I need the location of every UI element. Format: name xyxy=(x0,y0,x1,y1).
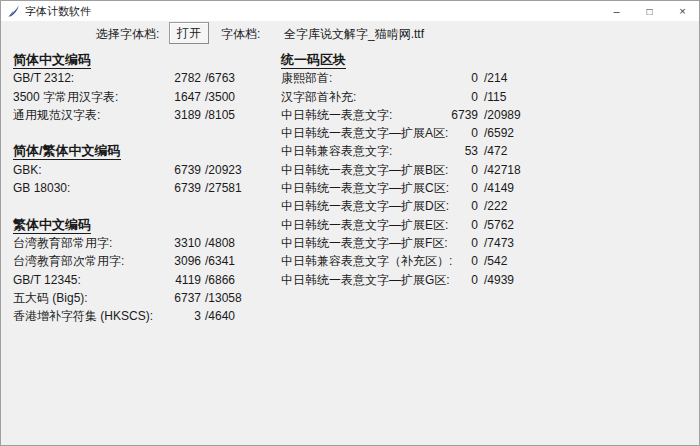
stat-total: /6341 xyxy=(205,252,235,270)
stat-count: 0 xyxy=(416,197,478,215)
stat-total: /214 xyxy=(484,69,507,87)
section-gap xyxy=(13,124,275,142)
minimize-icon[interactable]: – xyxy=(600,1,633,21)
section-gap xyxy=(13,197,275,215)
stat-row: GB/T 12345:4119/6866 xyxy=(13,271,275,289)
stat-row: 中日韩统一表意文字—扩展D区:0/222 xyxy=(281,197,531,215)
stat-row: GB/T 2312:2782/6763 xyxy=(13,69,275,87)
stat-total: /42718 xyxy=(484,161,521,179)
app-window: 字体计数软件 – □ × 选择字体档: 打开 字体档: 全字库说文解字_猫啃网.… xyxy=(0,0,700,446)
section-title-text: 统一码区块 xyxy=(281,52,346,69)
stat-count: 3189 xyxy=(139,106,201,124)
stat-count: 2782 xyxy=(139,69,201,87)
stat-label: 中日韩统一表意文字: xyxy=(281,108,392,122)
maximize-icon[interactable]: □ xyxy=(633,1,666,21)
section-title-text: 简体中文编码 xyxy=(13,52,91,69)
stat-row: 台湾教育部常用字:3310/4808 xyxy=(13,234,275,252)
stat-row: 香港增补字符集 (HKSCS):3/4640 xyxy=(13,307,275,325)
stat-row: 康熙部首:0/214 xyxy=(281,69,531,87)
stat-count: 6739 xyxy=(416,106,478,124)
stat-row: 五大码 (Big5):6737/13058 xyxy=(13,289,275,307)
stat-row: 3500 字常用汉字表:1647/3500 xyxy=(13,88,275,106)
tk-feather-icon xyxy=(7,5,20,18)
stat-total: /13058 xyxy=(205,289,242,307)
section-title: 统一码区块 xyxy=(281,51,531,69)
stat-count: 0 xyxy=(416,69,478,87)
font-file-label: 字体档: xyxy=(221,26,260,43)
stat-row: 台湾教育部次常用字:3096/6341 xyxy=(13,252,275,270)
open-button[interactable]: 打开 xyxy=(169,22,209,44)
section-title-text: 简体/繁体中文编码 xyxy=(13,143,121,160)
left-stats-column: 简体中文编码GB/T 2312:2782/67633500 字常用汉字表:164… xyxy=(13,51,275,325)
stat-total: /6866 xyxy=(205,271,235,289)
stat-total: /20989 xyxy=(484,106,521,124)
stat-total: /4149 xyxy=(484,179,514,197)
section-title: 简体/繁体中文编码 xyxy=(13,142,275,160)
stat-count: 53 xyxy=(416,142,478,160)
close-icon[interactable]: × xyxy=(666,1,699,21)
section-title: 繁体中文编码 xyxy=(13,216,275,234)
stat-label: GB 18030: xyxy=(13,181,70,195)
stat-label: 3500 字常用汉字表: xyxy=(13,90,118,104)
stat-count: 6737 xyxy=(139,289,201,307)
stat-count: 4119 xyxy=(139,271,201,289)
stat-label: GBK: xyxy=(13,163,42,177)
stat-label: 康熙部首: xyxy=(281,71,332,85)
stat-row: 中日韩统一表意文字—扩展C区:0/4149 xyxy=(281,179,531,197)
stat-count: 0 xyxy=(416,216,478,234)
section-title: 简体中文编码 xyxy=(13,51,275,69)
stat-row: 通用规范汉字表:3189/8105 xyxy=(13,106,275,124)
stat-count: 3310 xyxy=(139,234,201,252)
stat-total: /3500 xyxy=(205,88,235,106)
stat-row: 中日韩统一表意文字—扩展B区:0/42718 xyxy=(281,161,531,179)
stat-count: 6739 xyxy=(139,161,201,179)
stat-count: 6739 xyxy=(139,179,201,197)
font-file-name: 全字库说文解字_猫啃网.ttf xyxy=(284,26,424,43)
stat-count: 1647 xyxy=(139,88,201,106)
stat-count: 0 xyxy=(416,234,478,252)
stat-total: /8105 xyxy=(205,106,235,124)
stat-total: /4939 xyxy=(484,271,514,289)
title-bar[interactable]: 字体计数软件 – □ × xyxy=(1,1,699,21)
stat-row: 中日韩统一表意文字—扩展A区:0/6592 xyxy=(281,124,531,142)
stat-total: /6592 xyxy=(484,124,514,142)
stat-label: 香港增补字符集 (HKSCS): xyxy=(13,309,153,323)
stat-total: /6763 xyxy=(205,69,235,87)
stat-total: /20923 xyxy=(205,161,242,179)
stat-label: 中日韩兼容表意文字: xyxy=(281,144,392,158)
stat-label: GB/T 2312: xyxy=(13,71,74,85)
stat-row: 中日韩统一表意文字—扩展G区:0/4939 xyxy=(281,271,531,289)
stat-row: 中日韩兼容表意文字（补充区）:0/542 xyxy=(281,252,531,270)
stat-total: /5762 xyxy=(484,216,514,234)
select-font-file-label: 选择字体档: xyxy=(96,26,159,43)
stat-total: /472 xyxy=(484,142,507,160)
stat-row: 汉字部首补充:0/115 xyxy=(281,88,531,106)
stat-count: 0 xyxy=(416,124,478,142)
stat-count: 0 xyxy=(416,88,478,106)
stat-total: /4808 xyxy=(205,234,235,252)
stat-label: GB/T 12345: xyxy=(13,273,81,287)
stat-count: 3096 xyxy=(139,252,201,270)
stat-label: 台湾教育部常用字: xyxy=(13,236,112,250)
stat-row: GBK:6739/20923 xyxy=(13,161,275,179)
stat-count: 3 xyxy=(139,307,201,325)
stat-label: 五大码 (Big5): xyxy=(13,291,88,305)
stat-row: 中日韩统一表意文字—扩展E区:0/5762 xyxy=(281,216,531,234)
stat-row: GB 18030:6739/27581 xyxy=(13,179,275,197)
stat-label: 台湾教育部次常用字: xyxy=(13,254,124,268)
stat-row: 中日韩统一表意文字:6739/20989 xyxy=(281,106,531,124)
stat-count: 0 xyxy=(416,161,478,179)
stat-total: /222 xyxy=(484,197,507,215)
stat-count: 0 xyxy=(416,271,478,289)
right-stats-column: 统一码区块康熙部首:0/214汉字部首补充:0/115中日韩统一表意文字:673… xyxy=(281,51,531,289)
window-title: 字体计数软件 xyxy=(25,4,91,19)
stat-row: 中日韩统一表意文字—扩展F区:0/7473 xyxy=(281,234,531,252)
stat-count: 0 xyxy=(416,252,478,270)
section-title-text: 繁体中文编码 xyxy=(13,217,91,234)
stat-total: /115 xyxy=(484,88,506,106)
stat-row: 中日韩兼容表意文字:53/472 xyxy=(281,142,531,160)
stat-total: /7473 xyxy=(484,234,514,252)
stat-total: /27581 xyxy=(205,179,242,197)
stat-count: 0 xyxy=(416,179,478,197)
window-controls: – □ × xyxy=(600,1,699,21)
